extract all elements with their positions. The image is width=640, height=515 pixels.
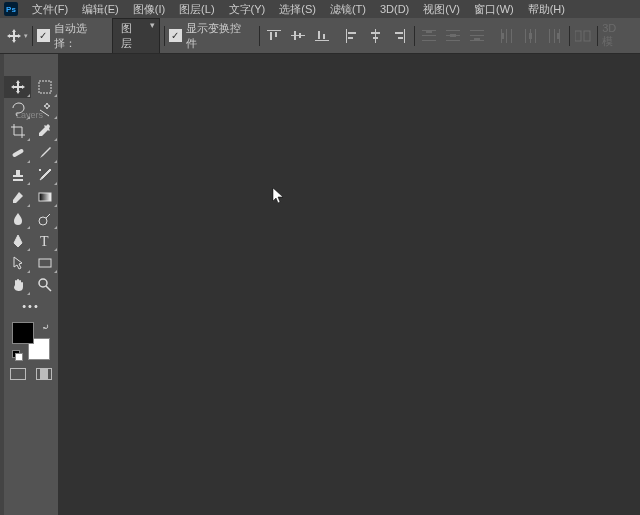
align-bottom-icon <box>315 29 329 43</box>
show-transform-label: 显示变换控件 <box>186 21 251 51</box>
healing-tool[interactable] <box>4 142 31 164</box>
svg-rect-8 <box>323 34 325 39</box>
distribute-vcenter-button[interactable] <box>443 26 463 46</box>
distribute-right-button[interactable] <box>545 26 565 46</box>
stamp-icon <box>10 167 26 183</box>
quick-select-tool[interactable] <box>31 98 58 120</box>
auto-select-checkbox[interactable]: ✓ <box>37 29 50 42</box>
separator <box>259 26 260 46</box>
eyedropper-icon <box>37 123 53 139</box>
crop-icon <box>10 123 26 139</box>
menu-edit[interactable]: 编辑(E) <box>76 0 125 19</box>
svg-rect-10 <box>348 32 356 34</box>
menu-3d[interactable]: 3D(D) <box>374 1 415 17</box>
align-vcenter-button[interactable] <box>288 26 308 46</box>
svg-rect-20 <box>422 40 436 41</box>
history-brush-tool[interactable] <box>31 164 58 186</box>
edit-toolbar-button[interactable]: ••• <box>4 296 58 316</box>
distribute-bottom-button[interactable] <box>467 26 487 46</box>
distribute-left-button[interactable] <box>497 26 517 46</box>
align-bottom-button[interactable] <box>312 26 332 46</box>
distribute-top-button[interactable] <box>419 26 439 46</box>
type-tool[interactable]: T <box>31 230 58 252</box>
crop-tool[interactable] <box>4 120 31 142</box>
auto-align-button[interactable] <box>574 26 594 46</box>
brush-tool[interactable] <box>31 142 58 164</box>
current-tool-indicator[interactable]: ▾ <box>6 25 28 47</box>
menu-help[interactable]: 帮助(H) <box>522 0 571 19</box>
canvas-area[interactable] <box>58 54 640 515</box>
move-tool[interactable] <box>4 76 31 98</box>
svg-rect-41 <box>557 33 559 39</box>
blur-tool[interactable] <box>4 208 31 230</box>
lasso-tool[interactable] <box>4 98 31 120</box>
mode-3d-label: 3D 模 <box>602 22 630 49</box>
menu-layer[interactable]: 图层(L) <box>173 0 220 19</box>
hand-tool[interactable] <box>4 274 31 296</box>
arrow-icon <box>10 255 26 271</box>
svg-rect-3 <box>291 35 305 36</box>
svg-rect-49 <box>39 259 51 267</box>
eraser-tool[interactable] <box>4 186 31 208</box>
lasso-icon <box>10 101 26 117</box>
gradient-tool[interactable] <box>31 186 58 208</box>
distribute-top-icon <box>422 29 436 43</box>
menu-filter[interactable]: 滤镜(T) <box>324 0 372 19</box>
menu-view[interactable]: 视图(V) <box>417 0 466 19</box>
marquee-icon <box>37 79 53 95</box>
distribute-vcenter-icon <box>446 29 460 43</box>
svg-rect-17 <box>398 37 403 39</box>
artboard-tool[interactable] <box>31 76 58 98</box>
rectangle-tool[interactable] <box>31 252 58 274</box>
show-transform-checkbox[interactable]: ✓ <box>169 29 182 42</box>
distribute-left-icon <box>500 29 514 43</box>
quickmask-button[interactable] <box>10 368 26 380</box>
menu-image[interactable]: 图像(I) <box>127 0 171 19</box>
auto-align-icon <box>575 29 591 43</box>
rectangle-icon <box>37 255 53 271</box>
app-logo: Ps <box>4 2 18 16</box>
zoom-tool[interactable] <box>31 274 58 296</box>
separator <box>414 26 415 46</box>
brush-icon <box>37 145 53 161</box>
svg-rect-0 <box>267 30 281 31</box>
svg-rect-33 <box>502 33 504 39</box>
svg-rect-43 <box>584 31 590 41</box>
screen-mode-button[interactable] <box>36 368 52 380</box>
history-brush-icon <box>37 167 53 183</box>
svg-rect-36 <box>535 29 536 43</box>
separator <box>597 26 598 46</box>
menu-bar: Ps 文件(F) 编辑(E) 图像(I) 图层(L) 文字(Y) 选择(S) 滤… <box>0 0 640 18</box>
svg-rect-24 <box>446 40 460 41</box>
svg-rect-13 <box>371 32 380 34</box>
menu-type[interactable]: 文字(Y) <box>223 0 272 19</box>
pen-tool[interactable] <box>4 230 31 252</box>
align-top-button[interactable] <box>264 26 284 46</box>
eyedropper-tool[interactable] <box>31 120 58 142</box>
align-hcenter-button[interactable] <box>366 26 386 46</box>
align-left-button[interactable] <box>342 26 362 46</box>
svg-rect-4 <box>294 31 296 40</box>
auto-select-dropdown[interactable]: 图层 <box>112 18 160 54</box>
type-icon: T <box>37 233 53 249</box>
menu-select[interactable]: 选择(S) <box>273 0 322 19</box>
workspace: Layers T <box>0 54 640 515</box>
svg-rect-18 <box>422 30 436 31</box>
distribute-hcenter-button[interactable] <box>521 26 541 46</box>
svg-rect-37 <box>529 33 532 39</box>
foreground-color[interactable] <box>12 322 34 344</box>
path-select-tool[interactable] <box>4 252 31 274</box>
svg-rect-25 <box>450 34 456 37</box>
svg-rect-44 <box>39 81 51 93</box>
align-right-button[interactable] <box>390 26 410 46</box>
swap-colors-icon[interactable]: ⤾ <box>42 322 50 332</box>
stamp-tool[interactable] <box>4 164 31 186</box>
default-colors-icon[interactable] <box>12 350 22 360</box>
dodge-tool[interactable] <box>31 208 58 230</box>
menu-file[interactable]: 文件(F) <box>26 0 74 19</box>
svg-rect-26 <box>470 30 484 31</box>
menu-window[interactable]: 窗口(W) <box>468 0 520 19</box>
color-swatches[interactable]: ⤾ <box>12 322 50 360</box>
svg-rect-11 <box>348 37 353 39</box>
svg-rect-28 <box>470 40 484 41</box>
